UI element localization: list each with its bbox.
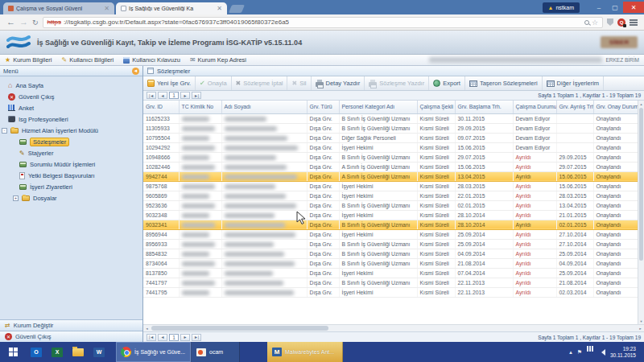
table-row[interactable]: 7441795Dışa Grv.İşyeri HekimiKısmi Sürel… xyxy=(143,287,638,297)
table-row[interactable]: 9605869Dışa Grv.İşyeri HekimiKısmi Sürel… xyxy=(143,191,638,200)
taskbar-folder[interactable] xyxy=(68,342,89,362)
page-number-input[interactable]: 1 xyxy=(169,92,179,99)
taskbar-excel[interactable]: X xyxy=(47,342,68,362)
tray-volume-icon[interactable] xyxy=(598,349,605,356)
tray-chevron-icon[interactable]: ▴ xyxy=(569,349,572,356)
column-header[interactable]: Grv. ID xyxy=(143,101,179,113)
vertical-scrollbar[interactable]: ▲ ▼ xyxy=(638,101,644,324)
toolbar-button[interactable]: Detay Yazdır xyxy=(312,76,365,90)
table-row[interactable]: 8956944Dışa Grv.İşyeri HekimiKısmi Sürel… xyxy=(143,229,638,239)
column-header[interactable]: Çalışma Şekli xyxy=(417,101,455,113)
toolbar-button[interactable]: Export xyxy=(429,76,465,90)
expand-toggle[interactable]: - xyxy=(2,128,7,134)
menu-icon[interactable] xyxy=(630,19,638,21)
table-row[interactable]: 10282446Dışa Grv.A Sınıfı İş Güvenliği U… xyxy=(143,162,638,171)
table-row[interactable]: 9942744Dışa Grv.A Sınıfı İş Güvenliği Uz… xyxy=(143,171,638,181)
collapse-icon[interactable]: ◄ xyxy=(132,68,139,75)
table-row[interactable]: 8137850Dışa Grv.İşyeri HekimiKısmi Sürel… xyxy=(143,268,638,278)
sidebar-footer-item[interactable]: Kurum Değiştir xyxy=(0,319,142,331)
tray-network-icon[interactable] xyxy=(587,346,593,352)
toolbar-button[interactable]: Diğer İşyerlerim xyxy=(543,76,605,90)
back-button[interactable]: ← xyxy=(6,18,15,27)
taskbar-outlook[interactable]: O xyxy=(26,342,47,362)
table-row[interactable]: 11625233Dışa Grv.B Sınıfı İş Güvenliği U… xyxy=(143,113,638,123)
column-header[interactable]: Grv. Başlama Trh. xyxy=(455,101,513,113)
prev-page-button[interactable] xyxy=(158,334,167,341)
toolbar-button[interactable]: Taşeron Sözleşmeleri xyxy=(465,76,543,90)
table-row[interactable]: 10795504Dışa Grv.Diğer Sağlık PersoneliK… xyxy=(143,133,638,142)
bookmark-star-icon[interactable]: ☆ xyxy=(592,19,598,27)
next-page-button[interactable] xyxy=(180,334,190,341)
menubar-item[interactable]: Kurum Bilgileri xyxy=(5,56,52,64)
column-header[interactable]: Adı Soyadı xyxy=(221,101,307,113)
maximize-button[interactable]: ▢ xyxy=(607,2,623,13)
toolbar-button[interactable]: Yeni İşe Grv. xyxy=(143,76,196,90)
table-row[interactable]: 10294292Dışa Grv.İşyeri HekimiKısmi Süre… xyxy=(143,142,638,152)
table-row[interactable]: 7441797Dışa Grv.B Sınıfı İş Güvenliği Uz… xyxy=(143,278,638,287)
table-row[interactable]: 9523636Dışa Grv.B Sınıfı İş Güvenliği Uz… xyxy=(143,200,638,210)
horizontal-scroll-thumb[interactable] xyxy=(151,326,328,331)
sidebar-header[interactable]: Menü ◄ xyxy=(0,66,142,76)
expand-toggle[interactable]: + xyxy=(13,195,19,201)
first-page-button[interactable] xyxy=(147,334,156,341)
sidebar-item[interactable]: -Hizmet Alan İşyerleri Modülü xyxy=(0,125,142,136)
start-button[interactable] xyxy=(0,342,26,362)
taskbar-clock[interactable]: 19:23 30.11.2015 xyxy=(610,346,639,359)
minimize-button[interactable]: – xyxy=(591,2,607,13)
scroll-down-icon[interactable]: ▼ xyxy=(638,318,644,324)
sidebar-item[interactable]: Yetki Belgesi Başvuruları xyxy=(0,170,142,181)
search-icon[interactable] xyxy=(584,20,589,25)
taskbar-word[interactable]: W xyxy=(89,342,109,362)
scroll-left-icon[interactable]: ◄ xyxy=(143,325,151,331)
table-row[interactable]: 9875768Dışa Grv.İşyeri HekimiKısmi Sürel… xyxy=(143,181,638,191)
table-row[interactable]: 8734064Dışa Grv.B Sınıfı İş Güvenliği Uz… xyxy=(143,258,638,268)
column-header[interactable]: Personel Kategori Adı xyxy=(339,101,417,113)
sidebar-item[interactable]: Stajyerler xyxy=(0,147,142,158)
next-page-button[interactable] xyxy=(180,92,190,99)
column-header[interactable]: Grv. Türü xyxy=(307,101,339,113)
browser-tab[interactable]: İş Sağlığı ve Güvenliği Ka✕ xyxy=(116,2,227,14)
tab-close-icon[interactable]: ✕ xyxy=(217,6,222,12)
column-header[interactable]: Çalışma Durumu xyxy=(513,101,556,113)
close-button[interactable]: ✕ xyxy=(623,2,644,13)
sidebar-footer-item[interactable]: Güvenli Çıkış xyxy=(0,331,142,342)
menubar-item[interactable]: Kurum Kep Adresi xyxy=(190,56,246,64)
last-page-button[interactable] xyxy=(192,334,201,341)
tray-flag-icon[interactable]: ⚑ xyxy=(577,349,582,356)
taskbar-window[interactable]: MMalwarebytes Ant... xyxy=(267,342,343,362)
page-number-input[interactable]: 1 xyxy=(169,334,179,341)
sidebar-item[interactable]: Isg Profesyonelleri xyxy=(0,113,142,125)
taskbar-window[interactable]: İş Sağlığı ve Güve... xyxy=(116,342,192,362)
menubar-item[interactable]: Kullanıcı Kılavuzu xyxy=(123,56,180,64)
shield-icon[interactable] xyxy=(607,19,613,26)
forward-button[interactable]: → xyxy=(19,18,28,27)
table-row[interactable]: 9032341Dışa Grv.B Sınıfı İş Güvenliği Uz… xyxy=(143,220,638,229)
menubar-item[interactable]: Kullanıcı Bilgileri xyxy=(62,56,114,64)
table-row[interactable]: 10948666Dışa Grv.B Sınıfı İş Güvenliği U… xyxy=(143,152,638,162)
horizontal-scrollbar[interactable]: ◄ ► xyxy=(143,324,644,331)
vertical-scroll-thumb[interactable] xyxy=(639,108,643,261)
taskbar-window[interactable]: ocam xyxy=(192,342,240,362)
prev-page-button[interactable] xyxy=(158,92,167,99)
last-page-button[interactable] xyxy=(192,92,201,99)
sidebar-item[interactable]: Güvenli Çıkış xyxy=(0,91,142,102)
column-header[interactable]: Grv. Onay Durumu xyxy=(593,101,638,113)
sidebar-item[interactable]: Ana Sayfa xyxy=(0,80,142,91)
table-row[interactable]: 9032348Dışa Grv.İşyeri HekimiKısmi Sürel… xyxy=(143,210,638,220)
sidebar-item[interactable]: Anket xyxy=(0,102,142,113)
sidebar-item[interactable]: Sözleşmeler xyxy=(0,136,142,147)
sidebar-item[interactable]: İşyeri Ziyaretleri xyxy=(0,181,142,192)
tab-close-icon[interactable]: ✕ xyxy=(104,6,109,12)
extension-icon[interactable]: Q xyxy=(617,19,625,27)
browser-tab[interactable]: Çalışma ve Sosyal Güvenl✕ xyxy=(3,2,114,14)
table-row[interactable]: 11305933Dışa Grv.B Sınıfı İş Güvenliği U… xyxy=(143,123,638,133)
sidebar-item[interactable]: +Dosyalar xyxy=(0,192,142,204)
scroll-up-icon[interactable]: ▲ xyxy=(638,101,644,107)
scroll-right-icon[interactable]: ► xyxy=(637,325,644,331)
column-header[interactable]: Grv. Ayrılış Trh. xyxy=(556,101,593,113)
table-row[interactable]: 8956933Dışa Grv.B Sınıfı İş Güvenliği Uz… xyxy=(143,239,638,249)
sidebar-item[interactable]: Sorumlu Müdür İşlemleri xyxy=(0,158,142,170)
column-header[interactable]: TC Kimlik No xyxy=(179,101,221,113)
table-row[interactable]: 8854832Dışa Grv.B Sınıfı İş Güvenliği Uz… xyxy=(143,249,638,258)
first-page-button[interactable] xyxy=(147,92,156,99)
